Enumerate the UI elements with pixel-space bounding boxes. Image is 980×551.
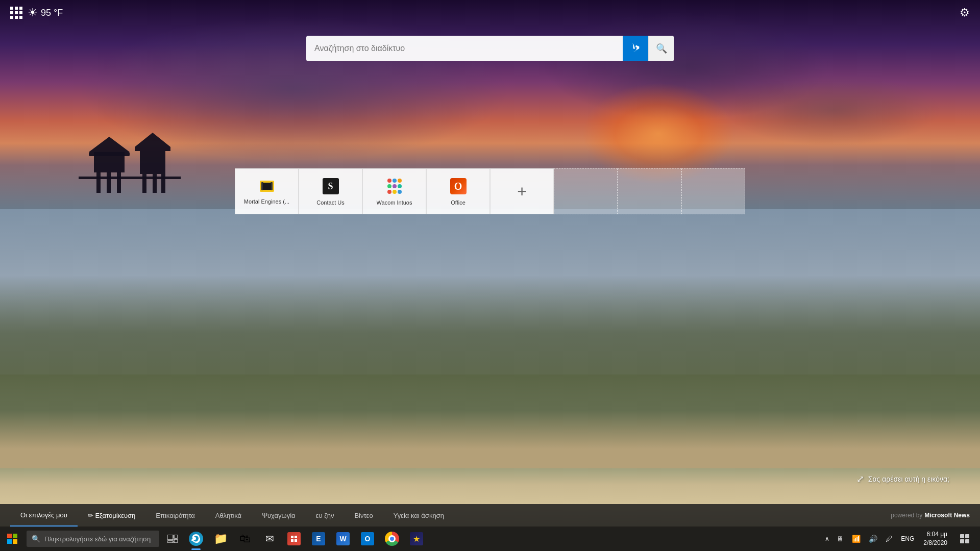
contact-us-label: Contact Us <box>316 199 344 206</box>
weather-widget[interactable]: ☀ 95 °F <box>28 6 63 19</box>
top-bar: ☀ 95 °F ⚙ <box>0 0 980 26</box>
quick-tile-empty-3[interactable] <box>681 168 745 214</box>
search-container: 🔍 <box>0 36 980 61</box>
office-icon: O <box>449 177 468 195</box>
quick-tile-empty-2[interactable] <box>618 168 681 214</box>
settings-button[interactable]: ⚙ <box>960 6 970 19</box>
main-content: ☀ 95 °F ⚙ 🔍 Mortal Engines (. <box>0 0 980 551</box>
search-bar: 🔍 <box>306 36 674 61</box>
wacom-icon <box>385 177 404 195</box>
quick-tile-office[interactable]: O Office <box>426 168 490 214</box>
top-left: ☀ 95 °F <box>10 6 63 19</box>
quick-tile-empty-1[interactable] <box>554 168 618 214</box>
weather-temperature: 95 °F <box>41 8 63 18</box>
bing-button[interactable] <box>623 36 648 61</box>
quick-tile-contact-us[interactable]: S Contact Us <box>299 168 362 214</box>
weather-icon: ☀ <box>28 6 38 19</box>
wacom-label: Wacom Intuos <box>377 199 412 206</box>
quick-tile-mortal-engines[interactable]: Mortal Engines (... <box>235 168 299 214</box>
apps-grid-button[interactable] <box>10 7 22 19</box>
quick-tile-wacom[interactable]: Wacom Intuos <box>362 168 426 214</box>
search-button[interactable]: 🔍 <box>648 36 674 61</box>
mortal-engines-label: Mortal Engines (... <box>244 198 289 205</box>
mortal-engines-icon <box>259 178 275 194</box>
quick-links: Mortal Engines (... S Contact Us <box>0 168 980 214</box>
quick-tile-add[interactable]: + <box>490 168 554 214</box>
office-label: Office <box>451 199 465 206</box>
search-input[interactable] <box>306 44 623 53</box>
add-icon: + <box>513 182 531 201</box>
contact-us-icon: S <box>322 177 340 195</box>
